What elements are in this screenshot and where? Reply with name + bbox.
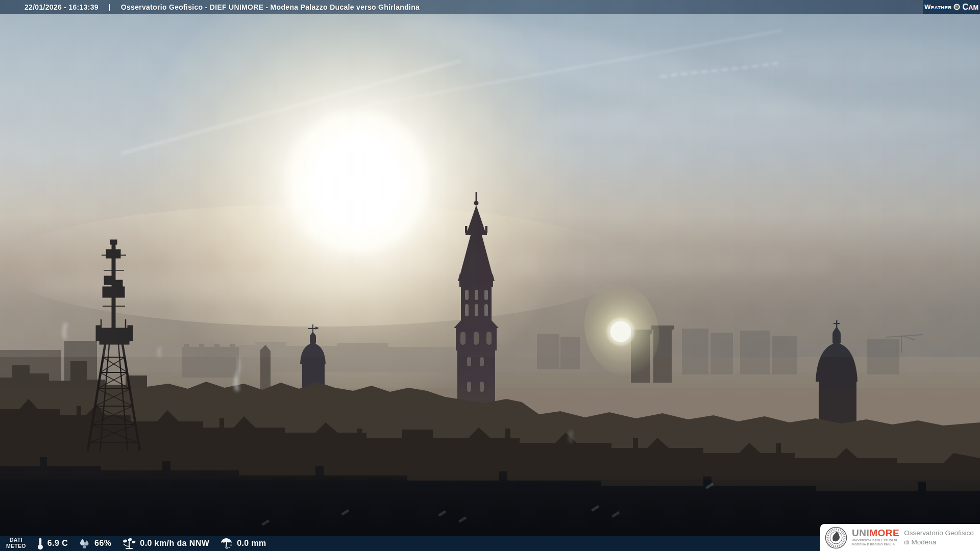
unimore-logo: UNIMORE UNIVERSITÀ DEGLI STUDI DI MODENA…	[852, 528, 899, 547]
humidity-drops-icon	[79, 538, 90, 549]
precipitation-item: 0.0 mm	[220, 538, 266, 549]
unimore-crest-icon	[825, 527, 847, 549]
umbrella-rain-icon	[220, 538, 233, 549]
separator: |	[109, 3, 111, 11]
webcam-photo	[0, 0, 980, 551]
weathercam-word-cam: CAM	[962, 3, 978, 12]
camera-lens-icon	[953, 4, 960, 10]
datetime-text: 22/01/2026 - 16:13:39	[24, 3, 99, 11]
weathercam-word-weather: WEATHER	[924, 3, 951, 11]
unimore-attribution: UNIMORE UNIVERSITÀ DEGLI STUDI DI MODENA…	[820, 524, 980, 551]
precipitation-value: 0.0 mm	[237, 539, 266, 548]
unimore-wordmark: UNIMORE	[852, 528, 899, 538]
temperature-value: 6.9 C	[47, 539, 68, 548]
observatory-name: Osservatorio Geofisico di Modena	[904, 529, 974, 546]
dati-meteo-label: DATI METEO	[6, 537, 26, 549]
humidity-value: 66%	[94, 539, 111, 548]
weathercam-logo: WEATHER CAM	[923, 0, 980, 14]
camera-title: Osservatorio Geofisico - DIEF UNIMORE - …	[121, 3, 420, 11]
dati-meteo-line2: METEO	[6, 543, 26, 549]
webcam-frame: 22/01/2026 - 16:13:39 | Osservatorio Geo…	[0, 0, 980, 551]
anemometer-icon	[122, 538, 136, 549]
top-overlay-bar: 22/01/2026 - 16:13:39 | Osservatorio Geo…	[0, 0, 980, 14]
temperature-item: 6.9 C	[37, 537, 68, 550]
humidity-item: 66%	[79, 538, 111, 549]
wind-value: 0.0 km/h da NNW	[140, 539, 209, 548]
wind-item: 0.0 km/h da NNW	[122, 538, 209, 549]
thermometer-icon	[37, 537, 43, 550]
university-name: UNIVERSITÀ DEGLI STUDI DI MODENA E REGGI…	[852, 539, 899, 547]
